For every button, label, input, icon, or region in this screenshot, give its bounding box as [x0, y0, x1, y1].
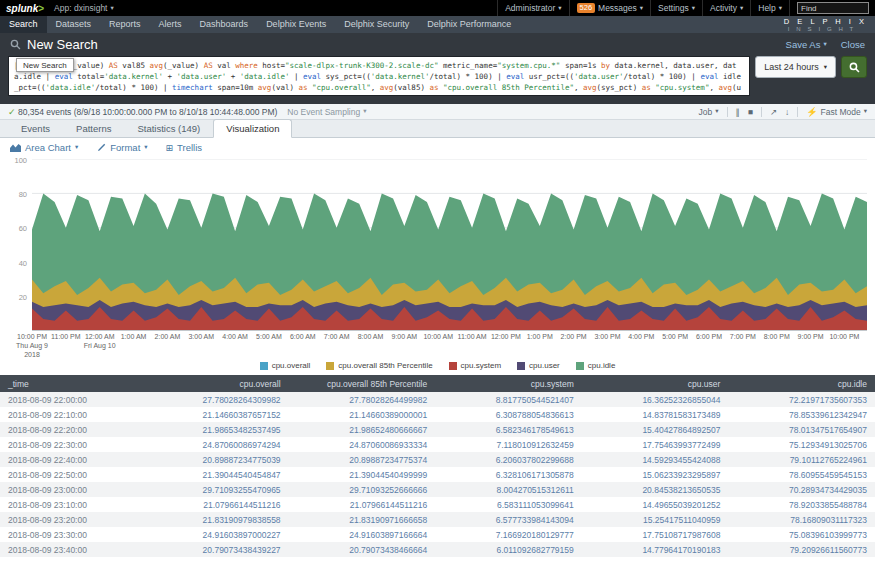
cell-value[interactable]: 6.328106171305878: [435, 467, 582, 482]
cell-value[interactable]: 79.20926611560773: [728, 542, 875, 557]
nav-item-delphix-performance[interactable]: Delphix Performance: [418, 16, 520, 33]
settings-menu[interactable]: Settings▾: [650, 0, 702, 16]
run-search-button[interactable]: [841, 56, 867, 78]
legend-item-cpu-idle[interactable]: cpu.idle: [576, 361, 616, 370]
cell-value[interactable]: 79.10112765224961: [728, 452, 875, 467]
cell-value[interactable]: 7.166920180129777: [435, 527, 582, 542]
column-header-cpu-overall[interactable]: cpu.overall: [142, 375, 289, 392]
cell-time[interactable]: 2018-08-09 23:40:00: [0, 542, 142, 557]
tab-visualization[interactable]: Visualization: [213, 119, 292, 138]
nav-item-reports[interactable]: Reports: [100, 16, 150, 33]
cell-value[interactable]: 6.583111053099641: [435, 497, 582, 512]
event-sampling-menu[interactable]: No Event Sampling▾: [287, 107, 366, 117]
cell-value[interactable]: 8.817750544521407: [435, 392, 582, 407]
cell-value[interactable]: 21.14660389000001: [289, 407, 436, 422]
cell-value[interactable]: 16.36252326855044: [582, 392, 729, 407]
legend-item-cpu-system[interactable]: cpu.system: [449, 361, 501, 370]
column-header-cpu-idle[interactable]: cpu.idle: [728, 375, 875, 392]
time-range-picker[interactable]: Last 24 hours▾: [755, 56, 836, 78]
tab-patterns[interactable]: Patterns: [63, 119, 124, 138]
cell-value[interactable]: 6.398818239623457: [435, 557, 582, 561]
cell-value[interactable]: 24.87060086933334: [289, 437, 436, 452]
help-menu[interactable]: Help▾: [750, 0, 789, 16]
cell-value[interactable]: 7.118010912632459: [435, 437, 582, 452]
cell-value[interactable]: 20.84538213650535: [582, 482, 729, 497]
cell-time[interactable]: 2018-08-09 22:50:00: [0, 467, 142, 482]
cell-value[interactable]: 24.91603897166664: [289, 527, 436, 542]
cell-value[interactable]: 14.49655039201252: [582, 497, 729, 512]
cell-value[interactable]: 15.40427864892507: [582, 422, 729, 437]
legend-item-cpu-overall[interactable]: cpu.overall: [260, 361, 311, 370]
cell-time[interactable]: 2018-08-09 22:20:00: [0, 422, 142, 437]
cell-value[interactable]: 14.59293455424088: [582, 452, 729, 467]
nav-item-delphix-security[interactable]: Delphix Security: [335, 16, 418, 33]
search-input[interactable]: | mstats avg(_value) AS val85 avg(_value…: [8, 56, 750, 96]
cell-value[interactable]: 14.96879228412147: [582, 557, 729, 561]
cell-value[interactable]: 21.39044540499999: [289, 467, 436, 482]
stop-icon[interactable]: ■: [748, 107, 753, 117]
cell-time[interactable]: 2018-08-09 23:10:00: [0, 497, 142, 512]
cell-value[interactable]: 75.12934913025706: [728, 437, 875, 452]
cell-value[interactable]: 20.79073438439227: [142, 542, 289, 557]
cell-value[interactable]: 75.08396103999773: [728, 527, 875, 542]
cell-value[interactable]: 78.92033855488784: [728, 497, 875, 512]
tab-statistics-149[interactable]: Statistics (149): [124, 119, 213, 138]
cell-time[interactable]: 2018-08-09 23:50:00: [0, 557, 142, 561]
cell-value[interactable]: 78.85339612342947: [728, 407, 875, 422]
cell-value[interactable]: 21.98652480666667: [289, 422, 436, 437]
cell-value[interactable]: 15.06233923295897: [582, 467, 729, 482]
cell-value[interactable]: 17.75108717987608: [582, 527, 729, 542]
cell-value[interactable]: 6.577733984143094: [435, 512, 582, 527]
nav-item-datasets[interactable]: Datasets: [47, 16, 101, 33]
legend-item-cpu-user[interactable]: cpu.user: [517, 361, 560, 370]
cell-value[interactable]: 24.87060086974294: [142, 437, 289, 452]
job-menu[interactable]: Job▾: [699, 107, 719, 117]
cell-value[interactable]: 27.78028264499982: [289, 392, 436, 407]
cell-value[interactable]: 21.83190979838558: [142, 512, 289, 527]
find-input[interactable]: [797, 2, 869, 14]
close-button[interactable]: Close: [841, 39, 865, 50]
tab-events[interactable]: Events: [8, 119, 63, 138]
cell-value[interactable]: 20.89887234775039: [142, 452, 289, 467]
cell-value[interactable]: 24.91603897000227: [142, 527, 289, 542]
cell-time[interactable]: 2018-08-09 23:30:00: [0, 527, 142, 542]
search-mode-menu[interactable]: ⚡Fast Mode▾: [806, 107, 867, 117]
column-header-cpu-user[interactable]: cpu.user: [582, 375, 729, 392]
cell-value[interactable]: 21.98653482537495: [142, 422, 289, 437]
column-header-cpu-system[interactable]: cpu.system: [435, 375, 582, 392]
cell-value[interactable]: 21.10869279666664: [289, 557, 436, 561]
cell-value[interactable]: 8.004270515312611: [435, 482, 582, 497]
cell-value[interactable]: 78.16809031117323: [728, 512, 875, 527]
splunk-logo[interactable]: splunk>: [6, 3, 44, 14]
nav-item-dashboards[interactable]: Dashboards: [191, 16, 258, 33]
app-menu[interactable]: App: dxinsight▾: [54, 3, 114, 13]
cell-value[interactable]: 70.28934734429035: [728, 482, 875, 497]
cell-time[interactable]: 2018-08-09 22:00:00: [0, 392, 142, 407]
cell-value[interactable]: 78.01347517654907: [728, 422, 875, 437]
pause-icon[interactable]: ∥: [736, 107, 740, 117]
cell-value[interactable]: 78.89130720167808: [728, 557, 875, 561]
cell-value[interactable]: 21.07966144511216: [142, 497, 289, 512]
cell-value[interactable]: 20.89887234775374: [289, 452, 436, 467]
cell-time[interactable]: 2018-08-09 23:20:00: [0, 512, 142, 527]
cell-value[interactable]: 6.011092682779159: [435, 542, 582, 557]
nav-item-alerts[interactable]: Alerts: [150, 16, 191, 33]
cell-time[interactable]: 2018-08-09 22:30:00: [0, 437, 142, 452]
cell-value[interactable]: 21.83190971666658: [289, 512, 436, 527]
nav-item-delphix-events[interactable]: Delphix Events: [257, 16, 335, 33]
cell-value[interactable]: 72.21971735607353: [728, 392, 875, 407]
cell-value[interactable]: 78.60955459545153: [728, 467, 875, 482]
cell-value[interactable]: 14.83781583173489: [582, 407, 729, 422]
cell-value[interactable]: 21.07966144511216: [289, 497, 436, 512]
cell-value[interactable]: 6.206037802299688: [435, 452, 582, 467]
cell-value[interactable]: 27.78028264309982: [142, 392, 289, 407]
administrator-menu[interactable]: Administrator▾: [497, 0, 568, 16]
chart-type-picker[interactable]: Area Chart▾: [10, 142, 78, 153]
legend-item-cpu-overall-85th-percentile[interactable]: cpu.overall 85th Percentile: [326, 361, 432, 370]
nav-item-search[interactable]: Search: [0, 16, 47, 33]
cell-time[interactable]: 2018-08-09 23:00:00: [0, 482, 142, 497]
activity-menu[interactable]: Activity▾: [702, 0, 750, 16]
cell-value[interactable]: 29.71093255470965: [142, 482, 289, 497]
format-menu[interactable]: Format▾: [96, 142, 147, 153]
cell-value[interactable]: 29.71093252666666: [289, 482, 436, 497]
